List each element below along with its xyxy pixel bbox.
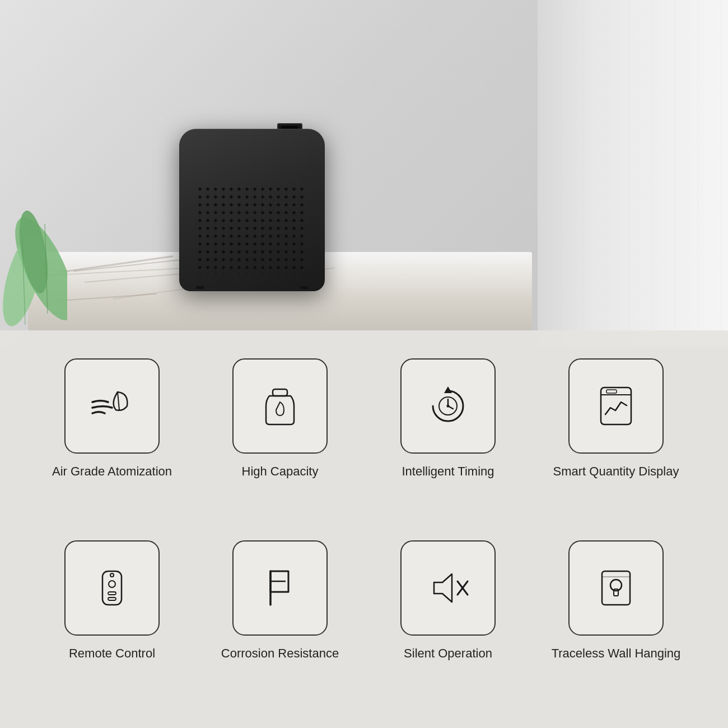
svg-point-21 xyxy=(110,573,114,577)
intelligent-timing-label: Intelligent Timing xyxy=(402,464,494,480)
svg-rect-8 xyxy=(273,389,287,396)
smart-quantity-display-label: Smart Quantity Display xyxy=(553,464,679,480)
intelligent-timing-icon-box xyxy=(400,358,496,454)
high-capacity-label: High Capacity xyxy=(242,464,319,480)
corrosion-resistance-icon-box xyxy=(232,540,328,636)
feature-silent-operation: Silent Operation xyxy=(375,540,521,706)
silent-operation-label: Silent Operation xyxy=(404,646,492,662)
feature-intelligent-timing: Intelligent Timing xyxy=(375,358,521,524)
remote-control-icon-box xyxy=(64,540,160,636)
traceless-wall-hanging-icon-box xyxy=(568,540,664,636)
wall-right xyxy=(538,0,728,347)
svg-rect-19 xyxy=(108,592,116,595)
plant-decoration xyxy=(0,168,67,347)
svg-rect-1 xyxy=(196,185,308,274)
clock-cycle-icon xyxy=(423,381,473,431)
feature-air-grade-atomization: Air Grade Atomization xyxy=(39,358,185,524)
corrosion-resistance-label: Corrosion Resistance xyxy=(221,646,339,662)
svg-rect-27 xyxy=(602,571,630,605)
air-grade-atomization-icon-box xyxy=(64,358,160,454)
flag-p-icon xyxy=(255,563,305,613)
feature-corrosion-resistance: Corrosion Resistance xyxy=(207,540,353,706)
device-body xyxy=(179,129,325,291)
silent-operation-icon-box xyxy=(400,540,496,636)
remote-control-label: Remote Control xyxy=(69,646,155,662)
device-vent xyxy=(196,185,308,274)
features-area: Air Grade Atomization High Capacity xyxy=(0,330,728,728)
svg-marker-9 xyxy=(444,386,452,393)
feature-traceless-wall-hanging: Traceless Wall Hanging xyxy=(543,540,689,706)
svg-rect-16 xyxy=(606,390,617,393)
bottle-icon xyxy=(255,381,305,431)
svg-point-18 xyxy=(109,581,115,587)
remote-icon xyxy=(87,563,137,613)
wall-mount-icon xyxy=(591,563,641,613)
mute-icon xyxy=(423,563,473,613)
feature-smart-quantity-display: Smart Quantity Display xyxy=(543,358,689,524)
high-capacity-icon-box xyxy=(232,358,328,454)
feature-high-capacity: High Capacity xyxy=(207,358,353,524)
product-device xyxy=(179,123,325,291)
air-grade-atomization-label: Air Grade Atomization xyxy=(52,464,172,480)
svg-line-7 xyxy=(118,392,119,410)
chart-device-icon xyxy=(591,381,641,431)
svg-rect-20 xyxy=(108,598,116,600)
features-grid: Air Grade Atomization High Capacity xyxy=(0,330,728,728)
wind-leaf-icon xyxy=(87,381,137,431)
svg-point-13 xyxy=(447,405,450,408)
smart-quantity-display-icon-box xyxy=(568,358,664,454)
product-photo-area xyxy=(0,0,728,347)
svg-marker-24 xyxy=(434,574,452,602)
traceless-wall-hanging-label: Traceless Wall Hanging xyxy=(552,646,681,662)
feature-remote-control: Remote Control xyxy=(39,540,185,706)
